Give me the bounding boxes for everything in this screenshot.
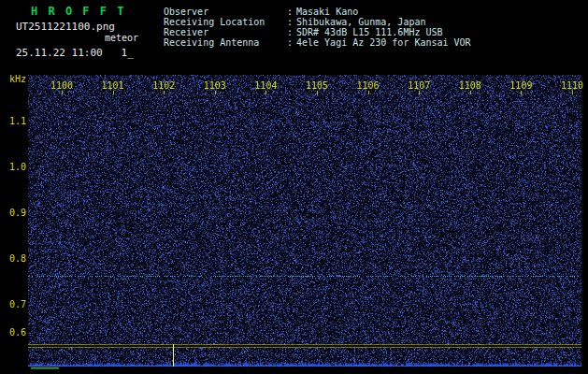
- y-tick-label-0.9: 0.9: [2, 208, 26, 218]
- info-value: SDR# 43dB L15 111.6MHz USB: [296, 27, 443, 37]
- x-tick-label-1100: 1100: [50, 80, 73, 91]
- x-tick-mark: [419, 91, 420, 94]
- info-label: Receiving Location: [164, 17, 287, 27]
- x-tick-mark: [470, 91, 471, 94]
- info-row-observer: Observer:Masaki Kano: [164, 7, 358, 17]
- info-value: Masaki Kano: [296, 7, 358, 17]
- hrofft-window: H R O F F T UT2511221100.png meteor 25.1…: [0, 0, 588, 374]
- info-colon: :: [287, 17, 296, 27]
- x-tick-mark: [164, 91, 165, 94]
- y-tick-label-1.0: 1.0: [2, 162, 26, 172]
- y-tick-label-0.7: 0.7: [2, 299, 26, 309]
- x-tick-mark: [572, 91, 573, 94]
- info-value: Shibukawa, Gunma, Japan: [296, 17, 425, 27]
- info-row-receiving-location: Receiving Location:Shibukawa, Gunma, Jap…: [164, 17, 425, 27]
- x-tick-label-1104: 1104: [254, 80, 277, 91]
- x-tick-label-1105: 1105: [306, 80, 328, 91]
- x-tick-mark: [521, 91, 522, 94]
- x-tick-mark: [317, 91, 318, 94]
- info-colon: :: [287, 7, 296, 17]
- x-tick-label-1109: 1109: [509, 80, 532, 91]
- x-tick-label-1106: 1106: [357, 80, 380, 91]
- app-title: H R O F F T: [31, 5, 125, 18]
- output-filename: UT2511221100.png: [16, 21, 115, 33]
- x-tick-label-1101: 1101: [102, 80, 124, 91]
- x-tick-label-1108: 1108: [459, 80, 481, 91]
- info-label: Observer: [164, 7, 287, 17]
- x-tick-mark: [265, 91, 266, 94]
- y-tick-label-0.8: 0.8: [2, 253, 26, 264]
- x-tick-mark: [113, 91, 114, 94]
- info-colon: :: [287, 27, 296, 37]
- x-tick-label-1102: 1102: [152, 80, 175, 91]
- info-label: Receiving Antenna: [164, 37, 287, 48]
- x-tick-mark: [368, 91, 369, 94]
- x-tick-label-1107: 1107: [408, 80, 430, 91]
- info-value: 4ele Yagi Az 230 for Kansai VOR: [296, 37, 471, 48]
- y-tick-label-0.6: 0.6: [2, 327, 26, 338]
- info-row-receiver: Receiver:SDR# 43dB L15 111.6MHz USB: [164, 27, 443, 37]
- y-tick-label-1.1: 1.1: [2, 116, 26, 126]
- x-tick-mark: [62, 91, 63, 94]
- info-colon: :: [287, 37, 296, 48]
- x-tick-mark: [215, 91, 216, 94]
- observation-name: meteor: [105, 33, 138, 43]
- x-tick-label-1103: 1103: [204, 80, 226, 91]
- x-tick-label-1110: 1110: [561, 80, 583, 91]
- info-label: Receiver: [164, 27, 287, 37]
- spectrogram-canvas: [28, 75, 581, 372]
- info-row-receiving-antenna: Receiving Antenna:4ele Yagi Az 230 for K…: [164, 37, 471, 48]
- datetime-line: 25.11.22 11:00 1_: [16, 47, 134, 59]
- y-axis-unit: kHz: [2, 74, 26, 84]
